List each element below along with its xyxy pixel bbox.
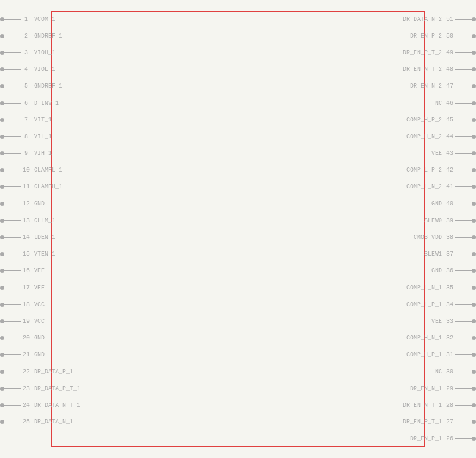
pin-number: 12 [21, 201, 32, 207]
pin-label: GND [431, 201, 444, 207]
pin-line [455, 36, 472, 36]
pin-dot [0, 51, 4, 55]
pin-dot [472, 286, 476, 290]
schematic-page: 1VCOM_12GNDREF_13VIOH_14VIOL_15GNDREF_16… [0, 0, 476, 458]
pin-dot [472, 269, 476, 273]
pin-dot [472, 17, 476, 21]
pin-line [4, 237, 21, 238]
pin-line [455, 52, 472, 53]
pin-number: 24 [21, 402, 32, 409]
pin-line [4, 220, 21, 221]
pin-number: 19 [21, 318, 32, 325]
pin-dot [0, 353, 4, 357]
pin-number: 45 [444, 117, 455, 123]
pin-label: VEE [431, 318, 444, 325]
pin-dot [472, 303, 476, 307]
pin-line [455, 220, 472, 221]
pin-line [455, 153, 472, 154]
pin-label: DR_EN_N_1 [410, 385, 444, 392]
pin-dot [0, 17, 4, 21]
pin-label: DR_EN_N_T_1 [403, 402, 444, 409]
pin-left-25: 25DR_DATA_N_1 [0, 414, 54, 431]
pin-line [4, 254, 21, 254]
pin-left-14: 14LDEN_1 [0, 229, 54, 245]
pin-number: 42 [444, 167, 455, 173]
pin-number: 18 [21, 301, 32, 308]
pin-right-47: 47DR_EN_N_2 [422, 78, 476, 95]
pin-right-33: 33VEE [422, 313, 476, 329]
pin-line [4, 288, 21, 288]
pin-number: 35 [444, 285, 455, 291]
pin-left-8: 8VIL_1 [0, 128, 54, 145]
pin-label: VCC [32, 318, 45, 325]
pin-line [455, 405, 472, 406]
pin-label: DR_DATA_P_1 [32, 369, 73, 375]
pin-dot [472, 403, 476, 407]
pin-label: VEE [32, 285, 45, 291]
pin-number: 21 [21, 351, 32, 358]
pin-label: NC [435, 100, 444, 107]
pin-dot [472, 67, 476, 71]
pin-line [4, 405, 21, 406]
pin-dot [0, 168, 4, 172]
pin-dot [472, 252, 476, 256]
pin-label: COMP_L_N_1 [406, 285, 444, 291]
pin-dot [472, 101, 476, 105]
pin-label: GND [32, 351, 45, 358]
pin-dot [472, 118, 476, 122]
pin-left-18: 18VCC [0, 296, 54, 313]
pin-right-30: 30NC [422, 363, 476, 380]
pin-left-24: 24DR_DATA_N_T_1 [0, 397, 54, 413]
pin-right-36: 36GND [422, 263, 476, 279]
pin-left-16: 16VEE [0, 263, 54, 279]
pin-line [4, 304, 21, 305]
pin-number: 1 [21, 16, 32, 23]
pin-dot [0, 370, 4, 374]
pin-line [4, 136, 21, 137]
pin-line [4, 204, 21, 204]
pin-number: 16 [21, 267, 32, 274]
pin-number: 15 [21, 251, 32, 257]
pin-label: COMP_L_P_1 [406, 301, 444, 308]
pin-dot [472, 319, 476, 323]
pin-label: SLEW1 [424, 251, 444, 257]
pin-label: COMP_L_P_2 [406, 167, 444, 173]
pins-right-container: 51DR_DATA_N_250DR_EN_P_249DR_EN_P_T_248D… [422, 11, 476, 447]
pin-dot [0, 219, 4, 223]
pin-left-13: 13CLLM_1 [0, 212, 54, 229]
pins-left-container: 1VCOM_12GNDREF_13VIOH_14VIOL_15GNDREF_16… [0, 11, 54, 447]
pin-right-27: 27DR_EN_P_T_1 [422, 414, 476, 431]
pin-label: DR_EN_P_1 [410, 435, 444, 442]
pin-dot [0, 319, 4, 323]
pin-line [4, 120, 21, 120]
pin-line [4, 170, 21, 170]
pin-label: DR_EN_N_2 [410, 83, 444, 89]
pin-number: 25 [21, 419, 32, 425]
pin-line [4, 52, 21, 53]
pin-line [455, 270, 472, 271]
pin-right-38: 38CMOS_VDD [422, 229, 476, 245]
pin-dot [0, 269, 4, 273]
pin-dot [472, 387, 476, 391]
pin-number: 23 [21, 385, 32, 392]
pin-line [4, 422, 21, 422]
pin-line [4, 36, 21, 36]
pin-line [4, 86, 21, 86]
pin-line [455, 19, 472, 20]
pin-dot [0, 403, 4, 407]
pin-line [4, 338, 21, 338]
pin-number: 48 [444, 66, 455, 73]
pin-dot [472, 135, 476, 139]
pin-dot [472, 185, 476, 189]
pin-left-6: 6D_INV_1 [0, 95, 54, 111]
pin-label: GND [32, 335, 45, 341]
pin-right-49: 49DR_EN_P_T_2 [422, 44, 476, 61]
pin-line [455, 254, 472, 254]
pin-label: VEE [431, 150, 444, 157]
pin-number: 36 [444, 267, 455, 274]
pin-right-37: 37SLEW1 [422, 246, 476, 263]
pin-right-50: 50DR_EN_P_2 [422, 27, 476, 44]
pin-line [455, 120, 472, 120]
pin-number: 32 [444, 335, 455, 341]
pin-left-12: 12GND [0, 195, 54, 212]
